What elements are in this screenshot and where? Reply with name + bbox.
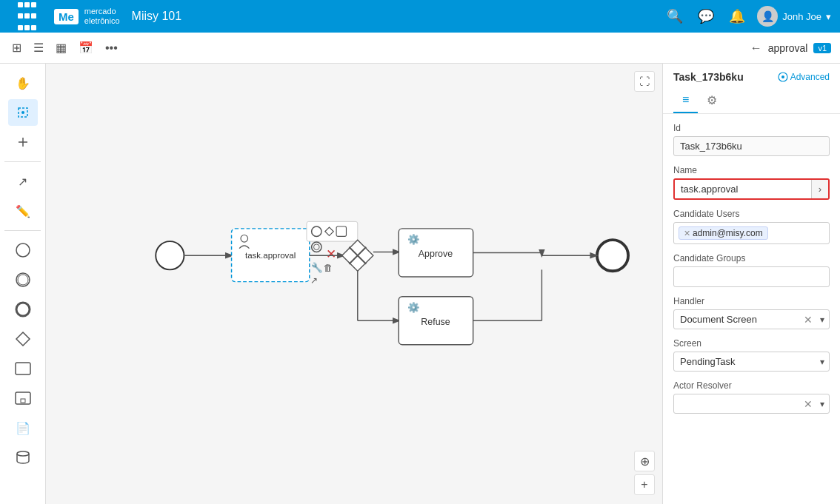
screen-select-wrapper: PendingTask ApproveTask RefuseTask ▾ — [673, 352, 830, 372]
calendar-icon[interactable]: 📅 — [76, 38, 96, 58]
divider — [4, 230, 41, 231]
tag-text: admin@misy.com — [693, 228, 763, 238]
name-arrow-button[interactable]: › — [811, 180, 828, 198]
database-tool[interactable] — [8, 444, 38, 471]
svg-text:⚙️: ⚙️ — [407, 233, 420, 246]
advanced-icon — [778, 72, 788, 82]
handler-clear-button[interactable]: ✕ — [801, 314, 816, 326]
second-bar: ⊞ ☰ ▦ 📅 ••• ← approval v1 — [0, 33, 840, 64]
candidate-groups-label: Candidate Groups — [673, 253, 830, 263]
chat-icon[interactable]: 💬 — [695, 5, 717, 27]
svg-text:⚙️: ⚙️ — [407, 301, 420, 314]
actor-resolver-select[interactable] — [674, 394, 801, 413]
name-field-group: Name › — [673, 165, 830, 200]
workflow-name: approval — [768, 42, 808, 54]
candidate-user-tag: ✕ admin@misy.com — [679, 226, 768, 240]
task-tool[interactable] — [8, 355, 38, 382]
start-event[interactable] — [156, 241, 184, 269]
intermediate-event-tool[interactable] — [8, 266, 38, 293]
lasso-tool[interactable] — [8, 129, 38, 155]
search-icon[interactable]: 🔍 — [664, 5, 686, 27]
user-menu[interactable]: 👤 Jonh Joe ▾ — [757, 6, 831, 27]
end-event[interactable] — [597, 240, 628, 271]
svg-text:🗑: 🗑 — [324, 263, 333, 273]
candidate-groups-input[interactable] — [673, 266, 830, 287]
actor-resolver-label: Actor Resolver — [673, 380, 830, 391]
bpmn-diagram: task.approval ✕ 🔧 🗑 ↗ — [46, 64, 662, 504]
list-icon[interactable]: ☰ — [30, 38, 47, 58]
handler-select-wrapper: Document Screen ✕ ▾ — [673, 309, 830, 329]
candidate-users-input[interactable]: ✕ admin@misy.com — [673, 222, 830, 244]
name-label: Name — [673, 165, 830, 175]
canvas-area[interactable]: ⛶ task.approval ✕ — [46, 64, 662, 504]
panel-title-row: Task_173b6ku Advanced — [673, 71, 830, 83]
panel-body: Id Name › Candidate Users ✕ admin@misy.c… — [663, 114, 840, 504]
id-label: Id — [673, 123, 830, 133]
panel-tabs: ≡ ⚙ — [673, 89, 830, 113]
name-input[interactable] — [675, 180, 811, 198]
svg-point-20 — [312, 242, 321, 252]
zoom-controls: ⊕ + — [634, 451, 655, 495]
top-nav: Me mercado eletrônico Miisy 101 🔍 💬 🔔 👤 … — [0, 0, 840, 33]
document-tool[interactable]: 📄 — [8, 414, 38, 441]
zoom-fit-button[interactable]: ⊕ — [634, 451, 655, 471]
avatar: 👤 — [757, 6, 778, 27]
handler-select[interactable]: Document Screen — [674, 310, 801, 329]
back-arrow[interactable]: ← — [750, 41, 762, 55]
svg-point-42 — [781, 75, 784, 78]
arrow-tool[interactable]: ↗ — [8, 168, 38, 195]
more-icon[interactable]: ••• — [102, 38, 121, 58]
properties-tab[interactable]: ≡ — [673, 89, 698, 113]
panel-header: Task_173b6ku Advanced ≡ ⚙ — [663, 64, 840, 114]
screen-arrow-icon: ▾ — [816, 357, 829, 367]
advanced-link[interactable]: Advanced — [778, 72, 830, 82]
app-title: Miisy 101 — [132, 10, 182, 23]
select-tool[interactable] — [8, 99, 38, 126]
settings-tab[interactable]: ⚙ — [698, 89, 726, 113]
grid-menu-icon[interactable] — [9, 0, 45, 33]
user-name: Jonh Joe — [782, 11, 821, 22]
dashboard-icon[interactable]: ⊞ — [9, 38, 24, 58]
svg-rect-9 — [16, 363, 30, 374]
svg-text:task.approval: task.approval — [245, 251, 296, 260]
start-event-tool[interactable] — [8, 237, 38, 263]
screen-field-group: Screen PendingTask ApproveTask RefuseTas… — [673, 338, 830, 372]
svg-point-21 — [313, 244, 319, 250]
subprocess-tool[interactable] — [8, 385, 38, 411]
actor-resolver-select-wrapper: ✕ ▾ — [673, 394, 830, 414]
candidate-users-label: Candidate Users — [673, 209, 830, 219]
tag-remove-icon[interactable]: ✕ — [684, 229, 690, 238]
left-toolbar: ✋ ↗ ✏️ — [0, 64, 46, 504]
grid-icon[interactable]: ▦ — [53, 38, 70, 58]
candidate-groups-field-group: Candidate Groups — [673, 253, 830, 287]
svg-text:↗: ↗ — [310, 276, 318, 286]
svg-text:🔧: 🔧 — [311, 262, 323, 274]
svg-point-7 — [16, 303, 30, 316]
svg-rect-16 — [307, 221, 358, 241]
id-input[interactable] — [673, 136, 830, 156]
svg-rect-11 — [21, 399, 25, 403]
pen-tool[interactable]: ✏️ — [8, 198, 38, 224]
expand-button[interactable]: ⛶ — [634, 71, 655, 92]
handler-field-group: Handler Document Screen ✕ ▾ — [673, 296, 830, 329]
svg-text:Refuse: Refuse — [421, 317, 450, 327]
actor-resolver-field-group: Actor Resolver ✕ ▾ — [673, 380, 830, 414]
end-event-tool[interactable] — [8, 296, 38, 323]
screen-label: Screen — [673, 338, 830, 349]
gateway-tool[interactable] — [8, 326, 38, 352]
candidate-users-field-group: Candidate Users ✕ admin@misy.com — [673, 209, 830, 244]
svg-point-5 — [16, 273, 30, 286]
logo-area: Me mercado eletrônico — [54, 7, 120, 26]
version-badge: v1 — [813, 43, 831, 53]
hand-tool[interactable]: ✋ — [8, 70, 38, 96]
svg-point-1 — [21, 111, 24, 114]
actor-resolver-clear-button[interactable]: ✕ — [801, 398, 816, 410]
name-input-wrapper: › — [673, 178, 830, 200]
screen-select[interactable]: PendingTask ApproveTask RefuseTask — [674, 352, 816, 371]
panel-title: Task_173b6ku — [673, 71, 744, 83]
notification-icon[interactable]: 🔔 — [726, 5, 748, 27]
svg-point-4 — [16, 243, 30, 257]
right-panel: Task_173b6ku Advanced ≡ ⚙ Id — [662, 64, 840, 504]
handler-arrow-icon: ▾ — [816, 315, 829, 325]
zoom-in-button[interactable]: + — [634, 474, 655, 495]
